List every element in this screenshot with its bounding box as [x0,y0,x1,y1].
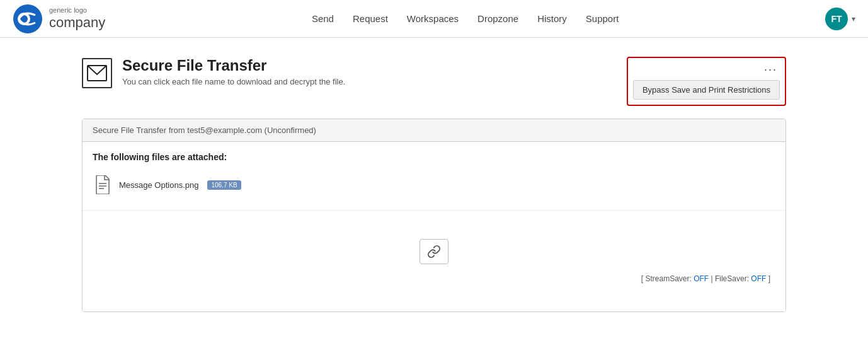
preview-area: [ StreamSaver: OFF | FileSaver: OFF ] [83,211,785,311]
files-attached-heading: The following files are attached: [93,152,775,162]
page-header-left: Secure File Transfer You can click each … [82,57,345,88]
page-subtitle: You can click each file name to download… [122,77,345,86]
streamsaver-label: [ StreamSaver: [641,274,692,283]
logo-generic-text: generic logo [49,6,105,15]
avatar-dropdown-arrow[interactable]: ▾ [852,15,855,23]
page-title-area: Secure File Transfer You can click each … [122,57,345,86]
nav-support[interactable]: Support [586,13,619,24]
options-menu-area: ··· Bypass Save and Print Restrictions [627,57,786,106]
streamsaver-info: [ StreamSaver: OFF | FileSaver: OFF ] [95,274,773,283]
nav-history[interactable]: History [537,13,567,24]
three-dots-menu[interactable]: ··· [633,63,780,76]
files-section: The following files are attached: Messag… [83,142,785,211]
avatar[interactable]: FT [825,8,848,30]
file-document-icon [93,173,113,196]
file-name[interactable]: Message Options.png [119,180,198,190]
page-title: Secure File Transfer [122,57,345,74]
transfer-header: Secure File Transfer from test5@example.… [83,119,785,142]
options-menu-box: ··· Bypass Save and Print Restrictions [627,57,786,106]
streamsaver-end: ] [768,274,770,283]
filesaver-label: | FileSaver: [711,274,749,283]
mail-icon [82,58,112,88]
main-content: Secure File Transfer You can click each … [0,38,868,331]
logo-text: generic logo company [49,6,105,32]
page-header: Secure File Transfer You can click each … [82,57,786,106]
link-icon [427,245,441,259]
nav-request[interactable]: Request [353,13,388,24]
logo-area: generic logo company [13,4,105,34]
streamsaver-status: OFF [694,274,709,283]
nav-dropzone[interactable]: Dropzone [477,13,518,24]
file-size-badge: 106.7 KB [207,180,241,190]
header-right: FT ▾ [825,8,855,30]
logo-company-text: company [49,15,105,31]
nav-workspaces[interactable]: Workspaces [407,13,459,24]
file-item: Message Options.png 106.7 KB [93,170,775,200]
link-icon-box[interactable] [420,239,448,264]
bypass-save-print-button[interactable]: Bypass Save and Print Restrictions [633,80,780,100]
nav-send[interactable]: Send [312,13,334,24]
header: generic logo company Send Request Worksp… [0,0,868,38]
transfer-container: Secure File Transfer from test5@example.… [82,119,786,312]
main-nav: Send Request Workspaces Dropzone History… [312,13,619,24]
filesaver-status: OFF [751,274,766,283]
logo-icon [13,4,43,34]
